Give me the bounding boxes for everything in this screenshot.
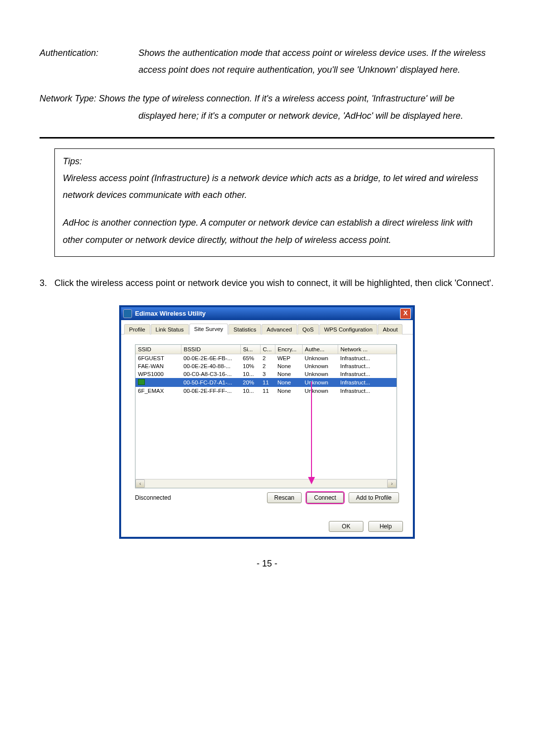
horizontal-scrollbar[interactable]: ‹ › — [135, 479, 397, 488]
network-type-line2: displayed here; if it's a computer or ne… — [40, 107, 494, 124]
tab-site-survey[interactable]: Site Survey — [189, 324, 228, 334]
step-number: 3. — [40, 275, 54, 291]
add-to-profile-button[interactable]: Add to Profile — [349, 492, 399, 503]
col-bssid[interactable]: BSSID — [181, 345, 240, 354]
tips-paragraph-1: Wireless access point (Infrastructure) i… — [63, 170, 486, 203]
step-text: Click the wireless access point or netwo… — [54, 275, 494, 291]
table-row[interactable]: 6F_EMAX00-0E-2E-FF-FF-...10...11NoneUnkn… — [135, 387, 397, 395]
tab-statistics[interactable]: Statistics — [228, 324, 261, 334]
app-icon — [123, 309, 132, 318]
page-number: - 15 - — [40, 559, 494, 569]
tips-box: Tips: Wireless access point (Infrastruct… — [54, 148, 494, 257]
network-type-line1: Network Type: Shows the type of wireless… — [40, 90, 494, 107]
auth-description: Shows the authentication mode that acces… — [138, 45, 494, 78]
connection-status: Disconnected — [135, 494, 171, 501]
table-row[interactable]: 00-50-FC-D7-A1-...20%11NoneUnknownInfras… — [135, 378, 397, 387]
utility-window: Edimax Wireless Utility X Profile Link S… — [119, 305, 415, 539]
auth-label: Authentication: — [40, 45, 138, 78]
col-ssid[interactable]: SSID — [135, 345, 181, 354]
table-row[interactable]: WPS100000-C0-A8-C3-16-...10...3NoneUnkno… — [135, 370, 397, 378]
tab-profile[interactable]: Profile — [124, 324, 150, 334]
tab-wps-configuration[interactable]: WPS Configuration — [319, 324, 378, 334]
col-network[interactable]: Network ... — [338, 345, 397, 354]
titlebar: Edimax Wireless Utility X — [121, 307, 413, 320]
table-row[interactable]: FAE-WAN00-0E-2E-40-88-...10%2NoneUnknown… — [135, 362, 397, 370]
table-row[interactable]: 6FGUEST00-0E-2E-6E-FB-...65%2WEPUnknownI… — [135, 354, 397, 362]
network-list[interactable]: SSID BSSID Si... C... Encry... Authe... … — [135, 344, 397, 488]
col-encryption[interactable]: Encry... — [275, 345, 302, 354]
tab-link-status[interactable]: Link Status — [151, 324, 189, 334]
tips-paragraph-2: AdHoc is another connection type. A comp… — [63, 214, 486, 248]
selection-marker-icon — [138, 379, 145, 385]
connect-button[interactable]: Connect — [307, 492, 344, 503]
help-button[interactable]: Help — [368, 521, 403, 532]
tabstrip: Profile Link Status Site Survey Statisti… — [121, 320, 413, 334]
window-title: Edimax Wireless Utility — [135, 310, 206, 317]
rescan-button[interactable]: Rescan — [267, 492, 302, 503]
tab-about[interactable]: About — [378, 324, 402, 334]
divider — [40, 137, 494, 139]
close-button[interactable]: X — [400, 308, 411, 319]
step-3: 3. Click the wireless access point or ne… — [40, 275, 494, 291]
col-channel[interactable]: C... — [260, 345, 275, 354]
ok-button[interactable]: OK — [329, 521, 363, 532]
tab-qos[interactable]: QoS — [298, 324, 319, 334]
col-authentication[interactable]: Authe... — [302, 345, 338, 354]
tab-advanced[interactable]: Advanced — [262, 324, 297, 334]
scroll-left-icon[interactable]: ‹ — [135, 479, 145, 488]
col-signal[interactable]: Si... — [240, 345, 260, 354]
scroll-right-icon[interactable]: › — [387, 479, 397, 488]
tips-title: Tips: — [63, 153, 486, 170]
